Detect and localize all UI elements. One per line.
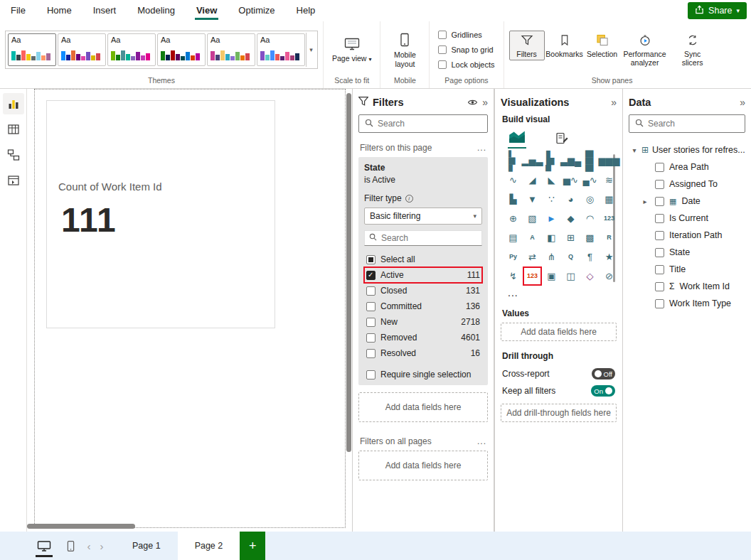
viz-icon-kpi[interactable]: A bbox=[523, 228, 542, 247]
ribbon-button-bookmarks[interactable]: Bookmarks bbox=[547, 31, 582, 60]
format-visual-tab[interactable] bbox=[555, 131, 569, 149]
checkbox-snap-to-grid[interactable]: Snap to grid bbox=[438, 43, 494, 58]
checkbox-icon[interactable] bbox=[655, 282, 664, 291]
filter-option-closed[interactable]: Closed131 bbox=[364, 283, 482, 298]
field-iteration-path[interactable]: Iteration Path bbox=[629, 227, 745, 244]
viz-icon-filled-map[interactable]: ▧ bbox=[523, 209, 542, 228]
share-button[interactable]: Share ▾ bbox=[688, 2, 747, 19]
theme-thumbnail-4[interactable]: Aa bbox=[157, 33, 206, 66]
viz-icon-stacked-area-chart[interactable]: ◣ bbox=[542, 171, 561, 190]
table-view-button[interactable] bbox=[3, 119, 24, 140]
mobile-layout-footer-button[interactable] bbox=[58, 532, 82, 560]
menu-tab-help[interactable]: Help bbox=[286, 0, 326, 21]
themes-gallery-expand-icon[interactable]: ▾ bbox=[306, 33, 316, 67]
eye-icon[interactable] bbox=[467, 97, 478, 108]
viz-icon-qa-visual[interactable]: Q bbox=[561, 247, 580, 266]
filters-search-input[interactable] bbox=[378, 119, 481, 129]
field-state[interactable]: State bbox=[629, 244, 745, 261]
more-visuals-icon[interactable]: ... bbox=[508, 287, 617, 298]
add-fields-dropzone-page[interactable]: Add data fields here bbox=[358, 392, 488, 422]
viz-icon-map[interactable]: ⊕ bbox=[504, 209, 523, 228]
cross-report-toggle[interactable]: Off bbox=[592, 368, 616, 379]
filter-option-committed[interactable]: Committed136 bbox=[364, 298, 482, 314]
viz-icon-key-influencers[interactable]: ⇄ bbox=[523, 247, 542, 266]
page-tab-2[interactable]: Page 2 bbox=[178, 532, 240, 560]
viz-icon-metrics[interactable]: ★ bbox=[600, 247, 619, 266]
viz-icon-100-stacked-column-chart[interactable]: ▆▆▆ bbox=[600, 151, 619, 171]
collapse-filters-pane-icon[interactable]: » bbox=[482, 97, 488, 108]
viz-icon-table[interactable]: ⊞ bbox=[561, 228, 580, 247]
menu-tab-insert[interactable]: Insert bbox=[82, 0, 127, 21]
theme-thumbnail-1[interactable]: Aa bbox=[8, 33, 56, 66]
ribbon-button-sync-slicers[interactable]: Sync slicers bbox=[670, 31, 715, 69]
filter-option-removed[interactable]: Removed4601 bbox=[364, 330, 482, 345]
more-options-icon[interactable]: ... bbox=[477, 143, 486, 153]
viz-icon-r-script-visual[interactable]: R bbox=[600, 228, 619, 247]
menu-tab-modeling[interactable]: Modeling bbox=[127, 0, 186, 21]
viz-icon-area-chart[interactable]: ◢ bbox=[523, 171, 542, 190]
desktop-layout-button[interactable] bbox=[30, 532, 58, 560]
field-date[interactable]: ▸▦Date bbox=[629, 193, 745, 210]
viz-icon-ribbon-chart[interactable]: ≋ bbox=[600, 171, 619, 190]
page-view-button[interactable]: Page view ▾ bbox=[329, 34, 375, 65]
viz-icon-matrix[interactable]: ▩ bbox=[580, 228, 600, 247]
checkbox-icon[interactable] bbox=[655, 214, 664, 223]
collapse-visualizations-pane-icon[interactable]: » bbox=[611, 97, 617, 108]
checkbox-gridlines[interactable]: Gridlines bbox=[438, 28, 494, 43]
menu-tab-optimize[interactable]: Optimize bbox=[228, 0, 285, 21]
filter-option-resolved[interactable]: Resolved16 bbox=[364, 345, 482, 361]
ribbon-button-selection[interactable]: Selection bbox=[585, 31, 620, 60]
viz-icon-gauge[interactable]: ◠ bbox=[580, 209, 600, 228]
viz-icon-waterfall-chart[interactable]: ▙ bbox=[504, 190, 523, 209]
data-search-box[interactable] bbox=[629, 114, 745, 133]
viz-icon-power-automate[interactable]: ↯ bbox=[504, 266, 523, 286]
report-view-button[interactable] bbox=[3, 93, 24, 114]
theme-thumbnail-2[interactable]: Aa bbox=[58, 33, 106, 66]
card-visual[interactable]: Count of Work Item Id 111 bbox=[46, 100, 275, 328]
field-assigned-to[interactable]: Assigned To bbox=[629, 176, 745, 193]
values-dropzone[interactable]: Add data fields here bbox=[501, 323, 617, 341]
checkbox-icon[interactable] bbox=[655, 163, 664, 172]
viz-icon-line-chart[interactable]: ∿ bbox=[504, 171, 523, 190]
filters-search-box[interactable] bbox=[358, 114, 488, 133]
new-page-button[interactable]: + bbox=[240, 532, 265, 560]
viz-icon-stacked-bar-chart[interactable]: ▂▅▃ bbox=[504, 151, 523, 171]
data-search-input[interactable] bbox=[648, 119, 739, 129]
mobile-layout-button[interactable]: Mobile layout bbox=[385, 29, 424, 70]
filter-values-search-input[interactable] bbox=[381, 233, 477, 243]
viz-icon-line-and-clustered-column-chart[interactable]: ▄∿ bbox=[580, 171, 600, 190]
checkbox-lock-objects[interactable]: Lock objects bbox=[438, 58, 494, 72]
filter-type-dropdown[interactable]: Basic filtering ▾ bbox=[364, 208, 482, 225]
viz-icon-100-stacked-bar-chart[interactable]: ▆▆▆ bbox=[580, 151, 600, 171]
viz-icon-scatter-chart[interactable]: ∵ bbox=[542, 190, 561, 209]
model-view-button[interactable] bbox=[3, 144, 24, 166]
viz-icon-text-slicer[interactable]: ◫ bbox=[561, 266, 580, 286]
viz-icon-treemap[interactable]: ▦ bbox=[600, 190, 619, 209]
drill-through-dropzone[interactable]: Add drill-through fields here bbox=[501, 404, 617, 422]
viz-icon-decomposition-tree[interactable]: ⋔ bbox=[542, 247, 561, 266]
field-area-path[interactable]: Area Path bbox=[629, 158, 745, 176]
require-single-selection-checkbox[interactable]: Require single selection bbox=[364, 370, 482, 379]
build-visual-tab[interactable] bbox=[508, 129, 526, 149]
report-page[interactable]: Count of Work Item Id 111 bbox=[34, 89, 346, 528]
viz-icon-clustered-column-chart[interactable]: ▃▆▄ bbox=[561, 151, 580, 171]
viz-icon-azure-map[interactable]: ► bbox=[542, 209, 561, 228]
filter-option-select-all[interactable]: Select all bbox=[364, 252, 482, 267]
viz-icon-button-slicer[interactable]: ▣ bbox=[542, 266, 561, 286]
theme-thumbnail-3[interactable]: Aa bbox=[107, 33, 156, 66]
ribbon-button-filters[interactable]: Filters bbox=[509, 31, 545, 60]
viz-icon-donut-chart[interactable]: ◎ bbox=[580, 190, 600, 209]
viz-icon-arcgis-map[interactable]: ⊘ bbox=[600, 266, 619, 286]
keep-all-filters-toggle[interactable]: On bbox=[591, 385, 615, 397]
table-node[interactable]: ▾ ⊞ User stories for refres... bbox=[629, 141, 745, 158]
menu-tab-file[interactable]: File bbox=[0, 0, 36, 21]
menu-tab-view[interactable]: View bbox=[186, 0, 228, 21]
theme-thumbnail-6[interactable]: Aa bbox=[257, 33, 305, 66]
viz-icon-shape-map[interactable]: ◆ bbox=[561, 209, 580, 228]
filter-card-state[interactable]: State is Active Filter type Basic filter… bbox=[358, 157, 488, 385]
filter-option-active[interactable]: Active111 bbox=[364, 267, 482, 283]
chevron-right-icon[interactable]: ▸ bbox=[640, 198, 650, 205]
checkbox-icon[interactable] bbox=[655, 265, 664, 274]
filter-values-search-box[interactable] bbox=[364, 230, 482, 246]
more-options-icon[interactable]: ... bbox=[477, 436, 486, 446]
